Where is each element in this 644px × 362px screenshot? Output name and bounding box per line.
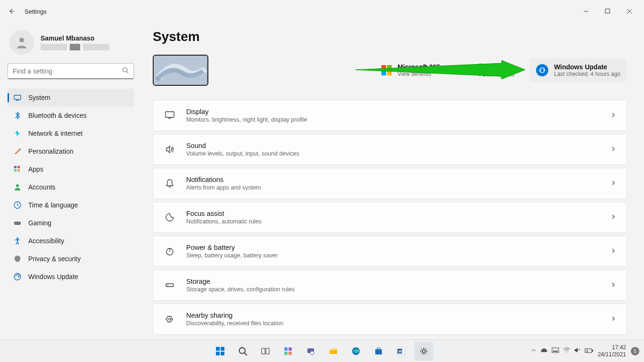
nav-label: Apps bbox=[28, 165, 43, 173]
tile-m365-title: Microsoft 365 bbox=[397, 63, 440, 71]
tile-onedrive[interactable]: OneDrive ●Back up files bbox=[455, 58, 521, 83]
svg-rect-7 bbox=[14, 169, 17, 172]
settings-taskbar[interactable] bbox=[414, 342, 433, 361]
titlebar: Settings bbox=[0, 0, 644, 23]
back-button[interactable] bbox=[4, 4, 19, 19]
nav-label: Accessibility bbox=[28, 237, 64, 245]
onedrive-tray-icon[interactable] bbox=[540, 347, 548, 354]
setting-sub: Sleep, battery usage, battery saver bbox=[186, 252, 611, 259]
setting-sub: Volume levels, output, input, sound devi… bbox=[186, 150, 611, 157]
setting-sub: Notifications, automatic rules bbox=[186, 218, 611, 225]
close-button[interactable] bbox=[619, 4, 640, 19]
svg-rect-46 bbox=[592, 350, 593, 352]
svg-point-26 bbox=[239, 347, 246, 354]
nav-label: Time & language bbox=[28, 201, 78, 209]
chat[interactable] bbox=[301, 342, 320, 361]
file-explorer[interactable] bbox=[324, 342, 343, 361]
accounts-icon bbox=[13, 183, 22, 191]
focus-icon bbox=[164, 212, 176, 222]
nav-item-network[interactable]: Network & internet bbox=[8, 124, 134, 142]
volume-icon[interactable] bbox=[574, 347, 581, 354]
avatar bbox=[9, 30, 34, 55]
task-view[interactable] bbox=[256, 342, 275, 361]
tile-microsoft365[interactable]: Microsoft 365 View benefits bbox=[375, 58, 446, 82]
word[interactable]: W bbox=[392, 342, 411, 361]
setting-focus[interactable]: Focus assistNotifications, automatic rul… bbox=[153, 202, 627, 233]
svg-rect-29 bbox=[284, 347, 288, 351]
svg-point-14 bbox=[17, 238, 18, 239]
maximize-button[interactable] bbox=[597, 4, 619, 19]
start-button[interactable] bbox=[211, 342, 230, 361]
chevron-right-icon bbox=[611, 111, 616, 120]
notification-badge[interactable]: 5 bbox=[631, 347, 639, 355]
svg-rect-23 bbox=[221, 347, 224, 351]
settings-list: DisplayMonitors, brightness, night light… bbox=[153, 100, 627, 335]
main-panel: System Microsoft 365 View benefits bbox=[141, 23, 644, 339]
notifications-icon bbox=[164, 178, 176, 189]
page-title: System bbox=[153, 29, 627, 44]
accessibility-icon bbox=[13, 237, 22, 245]
nav-item-accessibility[interactable]: Accessibility bbox=[8, 232, 134, 250]
nav-item-gaming[interactable]: Gaming bbox=[8, 214, 134, 232]
widgets-icon bbox=[283, 346, 293, 356]
nav-item-bluetooth[interactable]: Bluetooth & devices bbox=[8, 107, 134, 124]
taskbar-search[interactable] bbox=[233, 342, 252, 361]
store[interactable] bbox=[369, 342, 388, 361]
svg-rect-11 bbox=[14, 222, 21, 225]
nav-label: System bbox=[28, 94, 50, 101]
display-icon bbox=[164, 110, 176, 121]
search-box[interactable] bbox=[8, 63, 134, 79]
setting-title: Focus assist bbox=[186, 210, 611, 217]
nav-item-apps[interactable]: Apps bbox=[8, 160, 134, 178]
nav-item-update[interactable]: Windows Update bbox=[8, 268, 134, 286]
network-icon bbox=[13, 129, 22, 138]
setting-storage[interactable]: StorageStorage space, drives, configurat… bbox=[153, 270, 627, 301]
desktop-thumbnail[interactable] bbox=[153, 55, 208, 86]
setting-power[interactable]: Power & batterySleep, battery usage, bat… bbox=[153, 236, 627, 267]
setting-title: Notifications bbox=[186, 176, 611, 183]
nav-label: Network & internet bbox=[28, 130, 83, 137]
profile-email-redacted bbox=[41, 44, 109, 50]
nearby-icon bbox=[164, 314, 176, 324]
tile-onedrive-title: OneDrive bbox=[478, 62, 515, 70]
nav-item-privacy[interactable]: Privacy & security bbox=[8, 250, 134, 268]
keyboard-tray-icon[interactable] bbox=[552, 347, 559, 354]
taskbar: W 17:42 24/11/2021 5 bbox=[0, 339, 644, 362]
svg-point-1 bbox=[19, 38, 24, 42]
svg-rect-44 bbox=[553, 351, 558, 352]
nav-item-time[interactable]: Time & language bbox=[8, 196, 134, 214]
clock[interactable]: 17:42 24/11/2021 bbox=[598, 344, 626, 358]
sound-icon bbox=[164, 144, 176, 155]
svg-point-21 bbox=[167, 285, 168, 286]
taskbar-center: W bbox=[211, 342, 433, 361]
word-icon: W bbox=[396, 346, 406, 356]
chevron-right-icon bbox=[611, 281, 616, 289]
profile-block[interactable]: Samuel Mbanaso bbox=[9, 30, 134, 55]
setting-nearby[interactable]: Nearby sharingDiscoverability, received … bbox=[153, 304, 627, 335]
nav-item-system[interactable]: System bbox=[8, 89, 134, 107]
widgets[interactable] bbox=[279, 342, 297, 361]
setting-sound[interactable]: SoundVolume levels, output, input, sound… bbox=[153, 134, 627, 165]
profile-name: Samuel Mbanaso bbox=[41, 34, 109, 42]
tile-m365-sub: View benefits bbox=[397, 71, 440, 77]
nav-item-accounts[interactable]: Accounts bbox=[8, 178, 134, 196]
chat-icon bbox=[306, 346, 315, 356]
svg-rect-6 bbox=[17, 166, 20, 168]
update-icon bbox=[13, 272, 22, 281]
search-input[interactable] bbox=[13, 67, 122, 75]
nav-label: Privacy & security bbox=[28, 255, 81, 263]
tile-windows-update[interactable]: Windows Update Last checked: 4 hours ago bbox=[529, 58, 627, 82]
edge[interactable] bbox=[347, 342, 365, 361]
search-icon bbox=[238, 346, 248, 356]
setting-notifications[interactable]: NotificationsAlerts from apps and system bbox=[153, 168, 627, 199]
chevron-right-icon bbox=[611, 179, 616, 188]
wifi-icon[interactable] bbox=[563, 347, 570, 354]
minimize-button[interactable] bbox=[575, 4, 597, 19]
taskview-icon bbox=[261, 346, 270, 356]
tray-chevron-icon[interactable] bbox=[531, 347, 537, 354]
nav-item-personalization[interactable]: Personalization bbox=[8, 142, 134, 160]
setting-display[interactable]: DisplayMonitors, brightness, night light… bbox=[153, 100, 627, 131]
setting-title: Storage bbox=[186, 278, 611, 285]
battery-icon[interactable] bbox=[585, 348, 593, 354]
svg-rect-30 bbox=[289, 347, 292, 351]
